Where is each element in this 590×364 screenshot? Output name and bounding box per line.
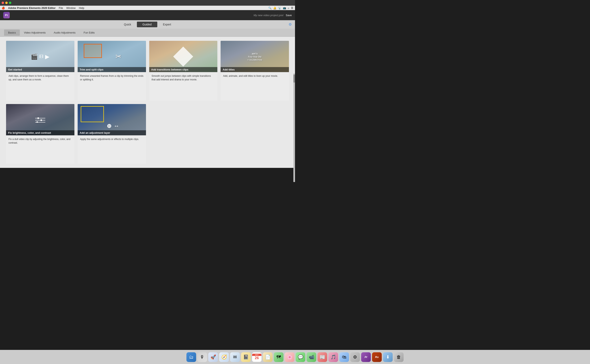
card-label-transitions: Add transitions between clips: [149, 67, 218, 72]
scrollbar[interactable]: [293, 73, 295, 182]
card-desc-get-started: Add clips, arrange them to form a sequen…: [6, 72, 74, 101]
film-icon: 🎞: [40, 54, 43, 59]
titlebar: [0, 0, 295, 6]
tab-basics[interactable]: Basics: [4, 30, 20, 36]
card-desc-adjustment-layer: Apply the same adjustments or effects to…: [78, 135, 146, 164]
card-desc-titles: Add, animate, and edit titles to liven u…: [221, 72, 289, 101]
content-wrapper: 🎬 🎞 ▶ Get started Add clips, arrange the…: [0, 37, 295, 168]
card-label-titles: Add titles: [221, 67, 289, 72]
arrows-icon: ↔: [114, 123, 119, 129]
move-icon: ⊕: [107, 123, 113, 129]
card-desc-brightness: Fix a dull video clip by adjusting the b…: [6, 135, 74, 164]
card-label-trim-split: Trim and split clips: [78, 67, 146, 72]
menu-bar: 🍎 Adobe Premiere Elements 2020 Editor Fi…: [0, 6, 295, 10]
tab-video-adjustments[interactable]: Video Adjustments: [20, 30, 50, 36]
svg-point-3: [40, 119, 42, 121]
project-name: My new video project.prel: [253, 14, 283, 17]
card-label-get-started: Get started: [6, 67, 74, 72]
card-thumbnail-get-started: 🎬 🎞 ▶ Get started: [6, 41, 74, 72]
app-header: Pr My new video project.prel Save: [0, 10, 295, 20]
spotlight-icon[interactable]: 🔍: [268, 6, 272, 9]
main-content: 🎬 🎞 ▶ Get started Add clips, arrange the…: [0, 37, 295, 168]
sub-tabs: Basics Video Adjustments Audio Adjustmen…: [0, 29, 295, 37]
maximize-button[interactable]: [9, 2, 11, 4]
app-name[interactable]: Adobe Premiere Elements 2020 Editor: [8, 6, 56, 9]
scissors-icon: ✂: [115, 52, 121, 61]
minimize-button[interactable]: [5, 2, 8, 4]
close-button[interactable]: [2, 2, 4, 4]
brightness-sliders-icon: [34, 117, 46, 123]
play-icon: ▶: [45, 53, 50, 60]
tab-audio-adjustments[interactable]: Audio Adjustments: [50, 30, 80, 36]
help-menu[interactable]: Help: [79, 6, 84, 9]
card-desc-transitions: Smooth out jumps between clips with simp…: [149, 72, 218, 101]
tab-fun-edits[interactable]: Fun Edits: [80, 30, 99, 36]
tab-guided[interactable]: Guided: [137, 22, 157, 27]
card-get-started[interactable]: 🎬 🎞 ▶ Get started Add clips, arrange the…: [6, 41, 74, 101]
apple-menu[interactable]: 🍎: [2, 6, 5, 9]
mode-tabs: Quick Guided Expert ⚙: [0, 20, 295, 29]
card-trim-split[interactable]: ✂ Trim and split clips Remove unwanted f…: [78, 41, 146, 101]
screen-mirror-icon[interactable]: 📺: [283, 6, 286, 9]
svg-text:⊕: ⊕: [107, 123, 111, 129]
notification-icon[interactable]: 🔔: [273, 6, 276, 9]
list-icon[interactable]: ☰: [291, 6, 293, 9]
card-label-adjustment-layer: Add an adjustment layer: [78, 130, 146, 135]
settings-icon[interactable]: ⚙: [289, 22, 292, 27]
trim-selection-box: [84, 44, 102, 58]
tab-quick[interactable]: Quick: [118, 22, 137, 27]
svg-point-1: [37, 117, 39, 119]
card-brightness[interactable]: Fix brightness, color, and contrast Fix …: [6, 104, 74, 164]
card-thumbnail-trim-split: ✂ Trim and split clips: [78, 41, 146, 72]
airdrop-icon[interactable]: 📡: [278, 6, 281, 9]
card-adjustment-layer[interactable]: ⊕ ↔ Add an adjustment layer Apply the sa…: [78, 104, 146, 164]
card-titles[interactable]: am'sFour Year OldY CELEBRATION Add title…: [221, 41, 289, 101]
window-menu[interactable]: Window: [66, 6, 76, 9]
title-text-preview: am'sFour Year OldY CELEBRATION: [247, 52, 262, 61]
search-icon[interactable]: ⌕: [288, 6, 289, 9]
card-transitions[interactable]: Add transitions between clips Smooth out…: [149, 41, 218, 101]
tab-expert[interactable]: Expert: [157, 22, 177, 27]
video-icon: 🎬: [31, 53, 38, 60]
card-thumbnail-transitions: Add transitions between clips: [149, 41, 218, 72]
adjustment-selection-box: [81, 106, 104, 122]
file-menu[interactable]: File: [59, 6, 63, 9]
card-label-brightness: Fix brightness, color, and contrast: [6, 130, 74, 135]
save-button[interactable]: Save: [286, 14, 292, 17]
app-logo: Pr: [3, 12, 10, 18]
diamond-icon: [173, 46, 193, 66]
card-thumbnail-adjustment-layer: ⊕ ↔ Add an adjustment layer: [78, 104, 146, 135]
card-thumbnail-titles: am'sFour Year OldY CELEBRATION Add title…: [221, 41, 289, 72]
card-thumbnail-brightness: Fix brightness, color, and contrast: [6, 104, 74, 135]
scrollbar-thumb[interactable]: [293, 75, 295, 83]
card-desc-trim-split: Remove unwanted frames from a clip by tr…: [78, 72, 146, 101]
svg-point-5: [36, 121, 38, 123]
